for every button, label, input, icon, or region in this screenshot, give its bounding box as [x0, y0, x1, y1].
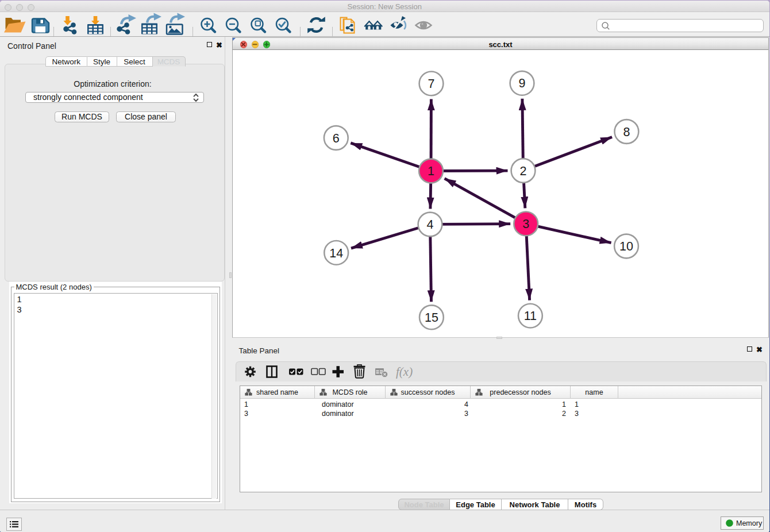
- svg-text:15: 15: [425, 311, 438, 325]
- svg-text:8: 8: [623, 125, 630, 139]
- svg-text:3: 3: [522, 217, 529, 231]
- svg-text:14: 14: [329, 246, 343, 260]
- svg-text:10: 10: [619, 240, 633, 253]
- svg-text:6: 6: [333, 132, 340, 145]
- svg-text:2: 2: [520, 164, 527, 178]
- svg-text:11: 11: [524, 309, 537, 323]
- svg-text:f(x): f(x): [396, 365, 413, 379]
- svg-text:7: 7: [428, 77, 435, 91]
- svg-text:9: 9: [519, 76, 526, 90]
- svg-text:1: 1: [428, 164, 434, 178]
- svg-text:4: 4: [427, 218, 434, 232]
